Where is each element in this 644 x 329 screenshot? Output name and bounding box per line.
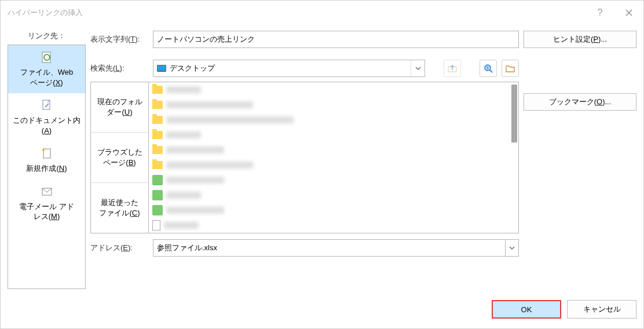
list-item[interactable] [149, 142, 518, 158]
browse-web-button[interactable] [480, 60, 497, 77]
svg-rect-0 [42, 52, 50, 63]
folder-icon [152, 131, 163, 139]
file-list[interactable] [149, 82, 518, 233]
bookmark-button[interactable]: ブックマーク(O)... [524, 93, 636, 111]
browse-subtabs: 現在のフォルダー(U) ブラウズしたページ(B) 最近使ったファイル(C) [91, 82, 149, 233]
close-icon [625, 9, 632, 16]
dialog-footer: OK キャンセル [1, 296, 643, 328]
insert-hyperlink-dialog: ハイパーリンクの挿入 ? リンク先： ファイル、Webページ(X) [0, 0, 644, 329]
right-column: ヒント設定(P)... ブックマーク(O)... [524, 31, 636, 257]
list-item[interactable] [149, 173, 518, 188]
address-label: アドレス(E): [90, 243, 148, 253]
list-item[interactable] [149, 203, 518, 218]
help-button[interactable]: ? [586, 1, 614, 25]
list-item[interactable] [149, 158, 518, 173]
list-item[interactable] [149, 188, 518, 203]
display-text-input[interactable] [153, 31, 519, 48]
address-combobox[interactable] [153, 239, 519, 257]
file-web-icon [41, 49, 53, 66]
browse-area: 現在のフォルダー(U) ブラウズしたページ(B) 最近使ったファイル(C) [90, 82, 519, 233]
document-icon [152, 220, 160, 231]
browse-tab-browsed-pages[interactable]: ブラウズしたページ(B) [91, 133, 148, 183]
main-column: 表示文字列(T): 検索先(L): デスクトップ [90, 31, 636, 289]
chevron-down-icon[interactable] [411, 60, 425, 76]
tab-text: ファイル、Webページ(X) [20, 67, 74, 87]
desktop-icon [157, 65, 166, 72]
this-doc-icon [41, 97, 53, 114]
address-row: アドレス(E): [90, 239, 519, 257]
link-to-column: リンク先： ファイル、Webページ(X) このドキュメント内(A) [8, 31, 86, 289]
look-in-value: デスクトップ [153, 63, 411, 74]
tab-text: 電子メール アドレス(M) [19, 202, 74, 222]
link-to-tabs: ファイル、Webページ(X) このドキュメント内(A) 新規作成(N) [8, 45, 86, 289]
app-icon [152, 190, 163, 200]
display-text-label: 表示文字列(T): [90, 34, 148, 45]
link-tab-this-document[interactable]: このドキュメント内(A) [8, 93, 85, 141]
link-tab-file-web[interactable]: ファイル、Webページ(X) [8, 45, 85, 93]
link-to-label: リンク先： [28, 31, 65, 41]
look-in-label: 検索先(L): [90, 63, 148, 74]
display-text-row: 表示文字列(T): [90, 31, 519, 48]
email-icon [41, 183, 53, 200]
new-doc-icon [41, 145, 53, 162]
link-tab-email[interactable]: 電子メール アドレス(M) [8, 180, 85, 228]
folder-icon [152, 116, 163, 124]
app-icon [152, 175, 163, 185]
titlebar: ハイパーリンクの挿入 ? [1, 1, 643, 25]
list-item[interactable] [149, 82, 518, 97]
dialog-body: リンク先： ファイル、Webページ(X) このドキュメント内(A) [1, 25, 643, 296]
address-input[interactable] [153, 239, 505, 257]
browse-tab-current-folder[interactable]: 現在のフォルダー(U) [91, 82, 148, 133]
scrollbar-thumb[interactable] [511, 85, 517, 142]
folder-icon [152, 101, 163, 109]
dialog-title: ハイパーリンクの挿入 [8, 8, 586, 18]
list-item[interactable] [149, 97, 518, 112]
cancel-button[interactable]: キャンセル [567, 300, 636, 319]
chevron-down-icon[interactable] [505, 239, 519, 257]
link-tab-new-document[interactable]: 新規作成(N) [8, 141, 85, 180]
list-item[interactable] [149, 218, 518, 233]
tab-text: このドキュメント内(A) [13, 115, 80, 136]
look-in-row: 検索先(L): デスクトップ [90, 60, 519, 77]
up-one-level-button[interactable] [444, 60, 461, 77]
close-button[interactable] [614, 1, 643, 25]
screentip-button[interactable]: ヒント設定(P)... [524, 31, 636, 48]
browse-tab-recent-files[interactable]: 最近使ったファイル(C) [91, 183, 148, 233]
list-item[interactable] [149, 127, 518, 142]
look-in-combobox[interactable]: デスクトップ [153, 60, 425, 77]
look-in-text: デスクトップ [170, 63, 215, 74]
tab-text: 新規作成(N) [26, 163, 67, 174]
title-controls: ? [586, 1, 643, 25]
list-item[interactable] [149, 112, 518, 127]
folder-icon [152, 86, 163, 94]
folder-icon [152, 146, 163, 154]
browse-file-button[interactable] [502, 60, 519, 77]
folder-icon [152, 161, 163, 169]
ok-button[interactable]: OK [492, 300, 561, 319]
app-icon [152, 205, 163, 215]
